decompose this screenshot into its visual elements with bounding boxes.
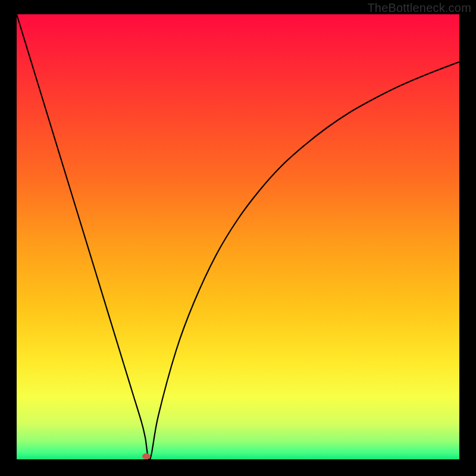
plot-area [17, 14, 459, 459]
bottleneck-chart [0, 0, 476, 476]
chart-frame: TheBottleneck.com [0, 0, 476, 476]
watermark-text: TheBottleneck.com [367, 1, 471, 15]
minimum-marker [142, 453, 151, 459]
